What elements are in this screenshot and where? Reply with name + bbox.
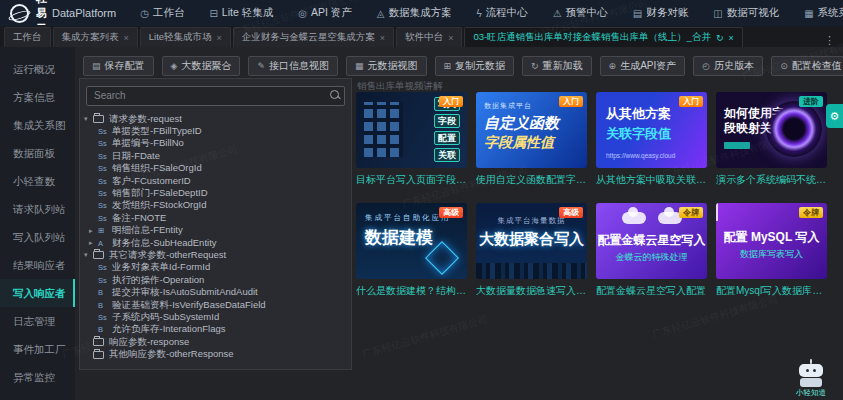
nav-label: 数据可视化: [727, 6, 780, 20]
copy-metadata-button[interactable]: ⊞复制元数据: [435, 56, 515, 76]
tutorial-card-field-mapping[interactable]: 写入 字段 配置 关联 入门 目标平台写入页面字段如何映...: [356, 92, 467, 187]
tutorial-card-kingdee-write[interactable]: 配置金蝶云星空写入 金蝶云的特殊处理 令牌 配置金蝶云星空写入配置: [596, 203, 707, 298]
close-icon[interactable]: ×: [217, 33, 222, 43]
expand-arrow-icon[interactable]: ▾: [84, 115, 93, 123]
refresh-icon[interactable]: ↻: [716, 33, 724, 43]
nav-item-api-assets[interactable]: ◎API 资产: [298, 6, 352, 20]
tree-node-response[interactable]: 响应参数-response: [80, 336, 351, 348]
left-sidebar: 运行概况 方案信息 集成关系图 数据面板 小轻查数 请求队列站 写入队列站 结果…: [0, 47, 75, 400]
tutorial-card-bigdata-write[interactable]: 集成平台海量数据 大数据聚合写入 高级 大数据量数据急速写入任务配置: [476, 203, 587, 298]
settings-fab[interactable]: ⚙: [826, 104, 843, 128]
tutorial-card-mysql-write[interactable]: 配置 MySQL 写入 数据库写表写入 令牌 配置Mysql写入数据库配置: [716, 203, 827, 298]
sidebar-item-data-panel[interactable]: 数据面板: [0, 139, 75, 167]
nav-item-alert-center[interactable]: ⚠预警中心: [553, 6, 608, 20]
tree-node[interactable]: Ss业务对象表单Id-FormId: [80, 262, 351, 274]
sidebar-item-integration-graph[interactable]: 集成关系图: [0, 111, 75, 139]
search-input[interactable]: [86, 86, 345, 106]
tree-node[interactable]: Ss单据类型-FBillTypeID: [80, 125, 351, 137]
sidebar-item-log-management[interactable]: 日志管理: [0, 307, 75, 335]
sidebar-item-solution-info[interactable]: 方案信息: [0, 83, 75, 111]
card-thumbnail: 集成平台海量数据 大数据聚合写入 高级: [476, 203, 587, 279]
bigdata-aggregate-button[interactable]: ◈大数据聚合: [162, 56, 241, 76]
string-type-icon: Ss: [98, 189, 109, 198]
sidebar-item-run-overview[interactable]: 运行概况: [0, 55, 75, 83]
card-thumbnail: 集成平台自助化应用 数据建模 高级: [356, 203, 467, 279]
app-window: 广东轻亿云软件科技有限公司 广东轻亿云软件科技有限公司 广东轻亿云软件科技有限公…: [0, 0, 843, 400]
card-caption: 什么是数据建模？结构之上什...: [356, 284, 467, 298]
tab-finance-kingdee-solution[interactable]: 企业财务与金蝶云星空集成方案×: [233, 27, 394, 47]
tab-software-midplatform[interactable]: 软件中台×: [396, 27, 462, 47]
tree-node[interactable]: Ss发货组织-FStockOrgId: [80, 200, 351, 212]
close-icon[interactable]: ×: [448, 33, 453, 43]
node-label: 单据编号-FBillNo: [112, 137, 184, 150]
generate-api-asset-button[interactable]: ⊕生成API资产: [600, 56, 686, 76]
tree-node[interactable]: Ss备注-FNOTE: [80, 212, 351, 224]
nav-item-system-menu[interactable]: ▦系统菜单: [804, 6, 843, 20]
tree-node[interactable]: B允许负库存-InterationFlags: [80, 324, 351, 336]
search-icon[interactable]: [330, 90, 339, 99]
tree-node-entity[interactable]: ▸⊞明细信息-FEntity: [80, 225, 351, 237]
tab-overflow-menu-icon[interactable]: ⋮: [816, 34, 843, 47]
tree-node[interactable]: Ss单据编号-FBillNo: [80, 138, 351, 150]
tree-node[interactable]: B提交并审核-IsAutoSubmitAndAudit: [80, 286, 351, 298]
level-badge: 入门: [559, 96, 583, 107]
tree-node[interactable]: B验证基础资料-IsVerifyBaseDataField: [80, 299, 351, 311]
close-icon[interactable]: ×: [124, 33, 129, 43]
sidebar-item-write-responder[interactable]: 写入响应者: [0, 279, 75, 307]
reload-button[interactable]: ↻重新加载: [522, 56, 592, 76]
boolean-type-icon: B: [98, 301, 109, 310]
tree-node-other-request[interactable]: ▾其它请求参数-otherRequest: [80, 249, 351, 261]
tree-node[interactable]: Ss执行的操作-Operation: [80, 274, 351, 286]
mascot-label: 小轻知道: [787, 388, 835, 398]
level-badge: 进阶: [799, 96, 823, 107]
expand-arrow-icon[interactable]: ▸: [89, 227, 98, 235]
parameter-tree: ▾请求参数-request Ss单据类型-FBillTypeID Ss单据编号-…: [80, 111, 351, 361]
tree-node-subhead[interactable]: ▸A财务信息-SubHeadEntity: [80, 237, 351, 249]
field-tree-panel: ▾请求参数-request Ss单据类型-FBillTypeID Ss单据编号-…: [79, 78, 352, 370]
tab-sales-outstock-active[interactable]: 03-旺店通销售出库单对接金蝶销售出库单（线上）_合并↻×: [464, 27, 742, 47]
watermark: 广东轻亿云软件科技有限公司: [361, 312, 490, 361]
tree-node[interactable]: Ss日期-FDate: [80, 150, 351, 162]
metadata-view-button[interactable]: ▦元数据视图: [346, 56, 427, 76]
interface-info-view-button[interactable]: ✎接口信息视图: [248, 56, 338, 76]
config-check-button[interactable]: ⊙配置检查值: [771, 56, 843, 76]
tab-workbench[interactable]: 工作台: [4, 27, 51, 47]
button-label: 配置检查值: [792, 59, 842, 73]
nav-item-integration-solutions[interactable]: ◬数据集成方案: [377, 6, 452, 20]
nav-item-workbench[interactable]: ◷工作台: [140, 6, 184, 20]
button-label: 重新加载: [543, 59, 583, 73]
tree-node-other-response[interactable]: 其他响应参数-otherResponse: [80, 348, 351, 360]
tab-solution-list[interactable]: 集成方案列表×: [53, 27, 138, 47]
nav-item-flow-center[interactable]: ϟ流程中心: [476, 6, 527, 20]
save-config-button[interactable]: ▤保存配置: [83, 56, 154, 76]
sidebar-item-event-factory[interactable]: 事件加工厂: [0, 335, 75, 363]
sidebar-item-result-responder[interactable]: 结果响应者: [0, 251, 75, 279]
nav-item-data-visualization[interactable]: ◫数据可视化: [713, 6, 779, 20]
tutorial-card-custom-function[interactable]: 数据集成平台 自定义函数 字段属性值 入门 使用自定义函数配置字段属性值...: [476, 92, 587, 187]
art-text: 配置: [434, 131, 460, 145]
tab-lite-market[interactable]: Lite轻集成市场×: [140, 27, 231, 47]
expand-arrow-icon[interactable]: ▾: [84, 251, 93, 259]
tree-node[interactable]: Ss子系统内码-SubSystemId: [80, 311, 351, 323]
sidebar-item-request-queue[interactable]: 请求队列站: [0, 195, 75, 223]
sidebar-item-write-queue[interactable]: 写入队列站: [0, 223, 75, 251]
close-icon[interactable]: ×: [728, 33, 733, 43]
nav-item-finance-reconciliation[interactable]: ▤财务对账: [633, 6, 688, 20]
sidebar-item-query-assistant[interactable]: 小轻查数: [0, 167, 75, 195]
warning-icon: ⚠: [553, 8, 562, 19]
tutorial-card-mapping-relation[interactable]: 如何使用字 段映射关系 进阶 演示多个系统编码不统一的情...: [716, 92, 827, 187]
tree-node[interactable]: Ss客户-FCustomerID: [80, 175, 351, 187]
close-icon[interactable]: ×: [380, 33, 385, 43]
tree-node[interactable]: Ss销售组织-FSaleOrgId: [80, 163, 351, 175]
tab-label: 企业财务与金蝶云星空集成方案: [242, 31, 375, 44]
nav-item-lite-integration[interactable]: ⊟Lite 轻集成: [209, 6, 273, 20]
tutorial-card-link-fields[interactable]: 从其他方案 关联字段值 https://www.qeasy.cloud 入门 从…: [596, 92, 707, 187]
history-version-button[interactable]: ◴历史版本: [693, 56, 763, 76]
expand-arrow-icon[interactable]: ▸: [89, 239, 98, 247]
tutorial-card-data-modeling[interactable]: 集成平台自助化应用 数据建模 高级 什么是数据建模？结构之上什...: [356, 203, 467, 298]
tree-node-request[interactable]: ▾请求参数-request: [80, 113, 351, 125]
gear-icon: ⚙: [830, 110, 840, 123]
sidebar-item-exception-monitor[interactable]: 异常监控: [0, 363, 75, 391]
tree-node[interactable]: Ss销售部门-FSaleDeptID: [80, 187, 351, 199]
assistant-mascot[interactable]: 小轻知道: [787, 359, 835, 398]
